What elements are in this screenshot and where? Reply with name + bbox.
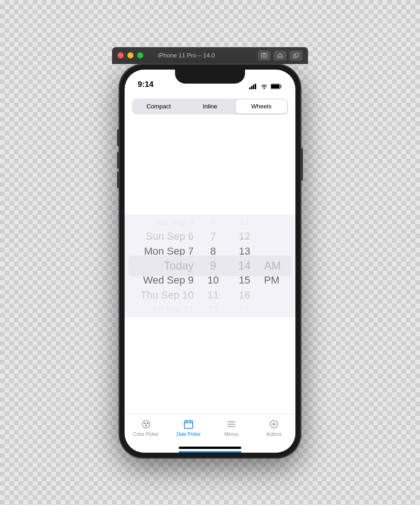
- svg-point-11: [142, 420, 150, 428]
- spacer-area: [125, 118, 295, 215]
- tab-menus-label: Menus: [224, 432, 238, 437]
- bottom-spacer: [125, 317, 295, 414]
- min-row-selected: 14: [238, 258, 251, 273]
- simulator-title: iPhone 11 Pro – 14.0: [119, 52, 254, 59]
- wheel-container: Sat Sep 5 Sun Sep 6 Mon Sep 7 Today Wed …: [125, 214, 295, 317]
- toolbar-icons: [258, 50, 302, 61]
- date-row-7: Fri Sep 11: [153, 303, 194, 317]
- phone-screen: 9:14: [125, 70, 295, 453]
- hour-row-1: 6: [210, 214, 216, 229]
- wifi-icon: [260, 84, 268, 89]
- tab-menus[interactable]: Menus: [210, 418, 253, 437]
- date-picker-icon: [182, 418, 195, 430]
- svg-rect-10: [271, 85, 280, 88]
- tab-bar: Color Picker Date Picker: [125, 414, 295, 453]
- rotate-button[interactable]: [289, 50, 302, 61]
- date-row-5: Wed Sep 9: [143, 273, 194, 288]
- tab-actions-label: Actions: [266, 432, 282, 437]
- hour-row-7: 12: [208, 303, 218, 317]
- signal-icon: [249, 84, 258, 89]
- date-row-6: Thu Sep 10: [140, 288, 194, 302]
- hour-row-2: 7: [210, 229, 216, 243]
- ampm-column: AM PM: [260, 214, 295, 317]
- tab-color-picker-label: Color Picker: [133, 432, 159, 437]
- tab-color-picker[interactable]: Color Picker: [125, 418, 168, 437]
- minute-column: 11 12 13 14 15 16 17: [229, 214, 260, 317]
- segment-wheels[interactable]: Wheels: [236, 100, 287, 114]
- svg-rect-8: [255, 84, 256, 89]
- notch: [175, 70, 245, 84]
- date-picker-wheel[interactable]: Sat Sep 5 Sun Sep 6 Mon Sep 7 Today Wed …: [125, 214, 295, 317]
- battery-icon: [271, 84, 282, 89]
- date-row-selected: Today: [164, 258, 194, 273]
- svg-point-1: [263, 54, 266, 57]
- date-row-3: Mon Sep 7: [144, 244, 194, 258]
- home-indicator: [179, 447, 241, 449]
- min-row-2: 12: [239, 229, 250, 243]
- screenshot-button[interactable]: [258, 50, 271, 61]
- segment-control: Compact Inline Wheels: [132, 99, 288, 114]
- segment-inline[interactable]: Inline: [184, 100, 236, 114]
- svg-point-14: [145, 425, 147, 427]
- min-row-5: 15: [239, 273, 250, 288]
- svg-rect-7: [253, 85, 254, 89]
- svg-rect-15: [184, 421, 193, 428]
- date-column: Sat Sep 5 Sun Sep 6 Mon Sep 7 Today Wed …: [125, 214, 197, 317]
- svg-rect-6: [251, 86, 252, 89]
- active-tab-indicator: [179, 451, 241, 453]
- hour-column: 6 7 8 9 10 11 12: [197, 214, 229, 317]
- tab-actions[interactable]: Actions: [253, 418, 296, 437]
- date-row-1: Sat Sep 5: [155, 214, 194, 229]
- ampm-am: AM: [264, 258, 281, 273]
- hour-row-5: 10: [207, 273, 218, 288]
- simulator-window: iPhone 11 Pro – 14.0: [112, 47, 308, 458]
- menus-icon: [225, 418, 238, 430]
- min-row-6: 16: [239, 288, 250, 302]
- min-row-7: 17: [239, 303, 249, 317]
- tab-date-picker-label: Date Picker: [176, 432, 201, 437]
- svg-point-13: [147, 422, 148, 424]
- color-picker-icon: [140, 418, 152, 430]
- phone-frame: 9:14: [119, 64, 301, 458]
- status-icons: [249, 84, 282, 89]
- date-row-2: Sun Sep 6: [146, 229, 194, 243]
- svg-rect-4: [295, 53, 298, 57]
- hour-row-selected: 9: [210, 258, 216, 273]
- ampm-pm: PM: [264, 273, 280, 288]
- main-content: Sat Sep 5 Sun Sep 6 Mon Sep 7 Today Wed …: [125, 118, 295, 414]
- svg-rect-5: [249, 87, 251, 89]
- home-button[interactable]: [273, 50, 287, 61]
- actions-icon: [268, 418, 280, 430]
- svg-point-12: [144, 422, 146, 424]
- segment-compact[interactable]: Compact: [133, 100, 184, 114]
- min-row-3: 13: [239, 244, 250, 258]
- status-time: 9:14: [138, 80, 154, 89]
- hour-row-6: 11: [207, 288, 218, 302]
- svg-rect-0: [261, 53, 267, 58]
- title-bar: iPhone 11 Pro – 14.0: [112, 47, 308, 64]
- svg-rect-2: [263, 53, 266, 54]
- tab-date-picker[interactable]: Date Picker: [168, 418, 210, 437]
- min-row-1: 11: [239, 214, 249, 229]
- segment-container: Compact Inline Wheels: [125, 93, 295, 118]
- hour-row-3: 8: [210, 244, 216, 258]
